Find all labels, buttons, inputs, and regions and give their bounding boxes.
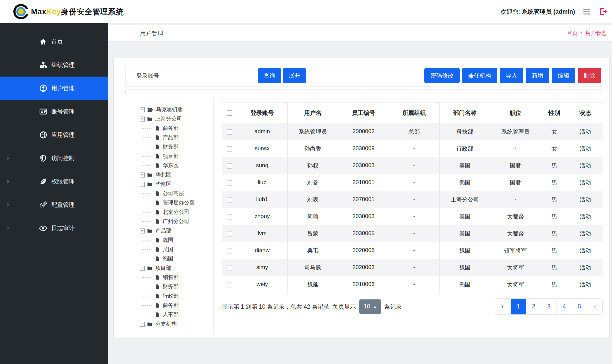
tree-node-label[interactable]: 管理层办公室 — [163, 199, 195, 206]
sidebar-item-audit[interactable]: 日志审计 — [0, 216, 108, 240]
sidebar-item-accounts[interactable]: 账号管理 — [0, 100, 108, 123]
tree-node-label[interactable]: 吴国 — [163, 246, 173, 253]
tree-node[interactable]: 人事部 — [142, 310, 213, 319]
tree-collapse-icon[interactable]: − — [140, 107, 145, 112]
tree-node-label[interactable]: 产品部 — [163, 134, 179, 141]
menu-icon[interactable] — [582, 7, 591, 16]
tree-node-label[interactable]: 商务部 — [163, 125, 179, 132]
logout-icon[interactable] — [599, 7, 607, 16]
tree-node-label[interactable]: 行政部 — [163, 293, 179, 300]
tree-node[interactable]: 项目部 — [142, 152, 213, 161]
add-button[interactable]: 新增 — [526, 68, 549, 83]
tree-node-label[interactable]: 北京分公司 — [163, 209, 189, 216]
tree-node-label[interactable]: 公司高层 — [163, 190, 184, 197]
tree-node[interactable]: 魏国 — [142, 235, 213, 245]
row-checkbox[interactable] — [227, 282, 232, 287]
table-row[interactable]: weiy 魏延 2010006 - 蜀国 大将军 男 活动 — [222, 276, 603, 293]
page-button[interactable]: ‹ — [495, 299, 510, 314]
tree-expand-icon[interactable]: + — [140, 173, 145, 178]
tree-node[interactable]: + 项目部 — [140, 263, 213, 273]
tree-node-label[interactable]: 财务部 — [163, 144, 179, 151]
tree-node-label[interactable]: 广州分公司 — [163, 218, 189, 225]
tree-node[interactable]: + 产品部 — [140, 226, 213, 235]
row-checkbox[interactable] — [227, 231, 232, 236]
tree-node-label[interactable]: 分支机构 — [155, 321, 177, 328]
delete-button[interactable]: 删除 — [578, 68, 601, 83]
sidebar-item-org[interactable]: 组织管理 — [0, 53, 108, 77]
tree-node[interactable]: + 分支机构 — [140, 319, 213, 329]
sidebar-item-home[interactable]: 首页 — [0, 30, 108, 53]
tree-node[interactable]: 北京分公司 — [142, 207, 213, 217]
page-size-dropdown[interactable]: 10 ▲ — [359, 299, 381, 314]
tree-node[interactable]: 商务部 — [142, 301, 213, 310]
tree-expand-icon[interactable]: + — [140, 182, 145, 187]
tree-node-label[interactable]: 华南区 — [155, 181, 171, 188]
table-row[interactable]: simy 司马懿 2020003 - 魏国 大将军 男 活动 — [222, 259, 603, 276]
tree-node[interactable]: 产品部 — [142, 133, 213, 142]
table-row[interactable]: dianw 典韦 2020006 - 魏国 镇军将军 男 活动 — [222, 242, 603, 259]
tree-node[interactable]: 管理层办公室 — [142, 198, 213, 207]
tree-node[interactable]: 商务部 — [142, 124, 213, 133]
tree-root[interactable]: − 马克思钥匙 — [140, 105, 213, 114]
sidebar-item-permissions[interactable]: 权限管理 — [0, 170, 108, 193]
row-checkbox[interactable] — [227, 214, 232, 219]
table-row[interactable]: sunsx 孙尚香 2030009 - 行政部 - 女 活动 — [222, 140, 603, 157]
tree-node-label[interactable]: 马克思钥匙 — [156, 106, 183, 113]
tree-node-label[interactable]: 财务部 — [163, 283, 179, 290]
tree-node-label[interactable]: 产品部 — [155, 227, 171, 234]
tree-node-label[interactable]: 项目部 — [155, 265, 171, 272]
tree-node-label[interactable]: 上海分公司 — [155, 116, 182, 123]
edit-button[interactable]: 编辑 — [552, 68, 575, 83]
tree-node[interactable]: + 华北区 — [140, 170, 213, 180]
table-row[interactable]: admin 系统管理员 2000002 总部 科技部 系统管理员 女 活动 — [222, 123, 603, 140]
tree-node[interactable]: 广州分公司 — [142, 217, 213, 226]
sidebar-item-users[interactable]: 用户管理 — [0, 77, 108, 100]
page-button[interactable]: 2 — [526, 299, 541, 314]
tree-node-label[interactable]: 华东区 — [163, 162, 179, 169]
tree-node[interactable]: 公司高层 — [142, 189, 213, 198]
tree-node[interactable]: 华东区 — [142, 161, 213, 170]
tree-node-label[interactable]: 项目部 — [163, 153, 179, 160]
expand-button[interactable]: 展开 — [283, 68, 306, 83]
tree-node-label[interactable]: 华北区 — [155, 172, 171, 179]
tree-node-label[interactable]: 魏国 — [163, 237, 173, 244]
tree-node-label[interactable]: 人事部 — [163, 311, 179, 318]
tree-node[interactable]: 行政部 — [142, 291, 213, 301]
row-checkbox[interactable] — [227, 265, 232, 270]
page-button[interactable]: 5 — [572, 299, 587, 314]
breadcrumb-home-link[interactable]: 首页 — [567, 30, 578, 36]
row-checkbox[interactable] — [227, 197, 232, 202]
sidebar-item-access-control[interactable]: 访问控制 — [0, 147, 108, 170]
tree-node-label[interactable]: 销售部 — [163, 274, 179, 281]
tree-expand-icon[interactable]: + — [140, 266, 145, 271]
change-password-button[interactable]: 密码修改 — [424, 68, 460, 83]
row-checkbox[interactable] — [227, 146, 232, 152]
tree-node[interactable]: 财务部 — [142, 282, 213, 291]
tree-node[interactable]: 蜀国 — [142, 254, 213, 263]
tree-node[interactable]: + 华南区 — [140, 180, 213, 189]
table-row[interactable]: sunq 孙权 2030003 - 吴国 国君 男 活动 — [222, 157, 603, 174]
row-checkbox[interactable] — [227, 248, 232, 253]
page-button[interactable]: 4 — [556, 299, 572, 314]
tree-node[interactable]: + 上海分公司 — [140, 114, 213, 124]
sidebar-item-apps[interactable]: 应用管理 — [0, 123, 108, 147]
row-checkbox[interactable] — [227, 163, 232, 169]
page-button[interactable]: 3 — [541, 299, 556, 314]
row-checkbox[interactable] — [227, 129, 232, 135]
tree-node[interactable]: 吴国 — [142, 245, 213, 254]
tree-expand-icon[interactable]: + — [140, 228, 145, 233]
page-button[interactable]: 1 — [510, 299, 526, 314]
query-button[interactable]: 查询 — [258, 68, 281, 83]
tree-node[interactable]: 销售部 — [142, 273, 213, 282]
table-row[interactable]: liub 刘备 2010001 - 蜀国 国君 男 活动 — [222, 174, 603, 191]
tree-node-label[interactable]: 蜀国 — [163, 255, 173, 262]
table-row[interactable]: liub1 刘表 2070001 - 上海分公司 - 男 活动 — [222, 191, 603, 208]
adjunct-org-button[interactable]: 兼任机构 — [462, 68, 497, 83]
tree-node-label[interactable]: 商务部 — [163, 302, 179, 309]
login-account-input[interactable] — [170, 66, 257, 85]
tree-expand-icon[interactable]: + — [140, 322, 145, 327]
select-all-checkbox[interactable] — [227, 110, 232, 116]
brand[interactable]: MaxKey身份安全管理系统 — [13, 4, 124, 19]
table-row[interactable]: zhouy 周瑜 2030003 - 吴国 大都督 男 活动 — [222, 208, 603, 225]
page-button[interactable]: › — [587, 299, 602, 314]
